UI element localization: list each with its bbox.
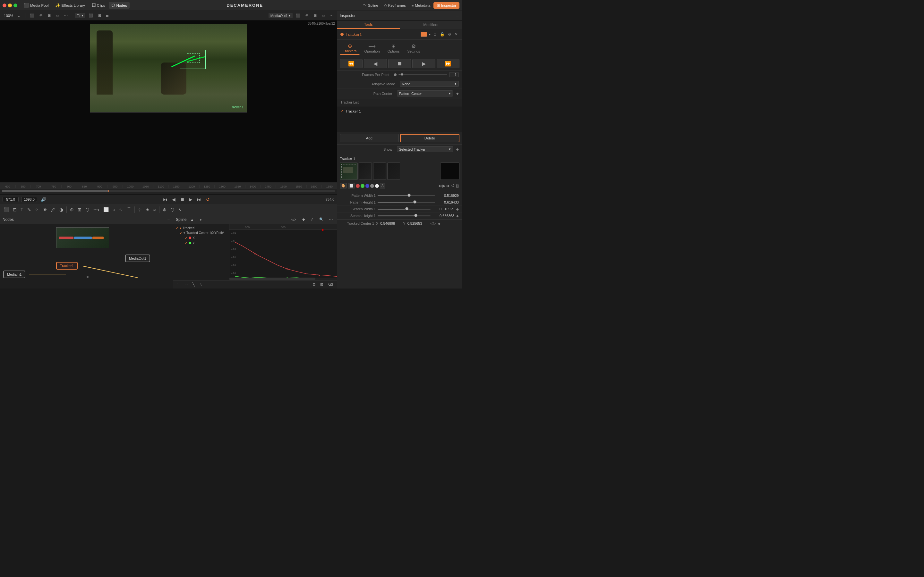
pattern-height-value[interactable]: 0.616433 [437,200,459,204]
tracker-refresh-btn[interactable]: ↺ [451,183,455,188]
overlay-btn[interactable]: ◎ [37,13,45,18]
spline-zoom-btn[interactable]: 🔍 [317,217,326,222]
warp-tool-btn[interactable]: ⟿ [91,206,101,213]
loop-btn[interactable]: ↺ [205,197,211,202]
tracker-add-btn[interactable]: Add [340,134,399,142]
tab-tools[interactable]: Tools [337,21,400,29]
nav-metadata[interactable]: ≡ Metadata [409,3,433,8]
tracked-center-x-value[interactable]: 0.546898 [380,221,401,226]
pattern-height-slider[interactable] [378,202,435,203]
bw-frame-btn[interactable]: ⬜ [348,183,355,189]
spline-diamond-btn[interactable]: ◆ [300,217,307,222]
tree-tracked-center[interactable]: ✓ ▾ Tracked Center 1(XYPath* [173,230,229,235]
goto-end-btn[interactable]: ⏭ [196,197,202,202]
tree-expand-2[interactable]: ▾ [184,231,185,235]
spline-scrollbar[interactable] [229,277,337,280]
viewer-split-btn[interactable]: ⊟ [96,13,103,18]
stop-btn[interactable]: ⏹ [179,197,186,202]
tracker-tool-btn[interactable]: ⊕ [68,206,75,213]
bezier-tool-btn[interactable]: ⌒ [125,206,133,213]
spline-circle-btn[interactable]: ● [198,217,204,222]
tracked-center-nav-btn[interactable]: ◁▷ [430,221,436,226]
mediaout-more-btn[interactable]: ··· [328,13,335,19]
mediaout-scope-btn[interactable]: ◎ [304,13,310,18]
viewer-mode-btn[interactable]: ⬛ [28,13,36,18]
spline-delete-btn[interactable]: ⌫ [326,282,335,287]
spline-lock-btn[interactable]: ⊡ [318,282,325,287]
tracker-settings-btn[interactable]: ⚙ [447,32,452,37]
search-width-thumb[interactable] [405,207,409,210]
pattern-width-slider[interactable] [378,195,435,196]
fpp-slider[interactable] [399,74,447,75]
channel-a-btn[interactable]: A [380,183,385,189]
tracker-go-end-btn[interactable]: ⏭ [446,183,451,188]
tree-tracker1[interactable]: ✓ ▾ Tracker1 [173,226,229,230]
spline-up-btn[interactable]: ▲ [188,217,196,222]
step-back-btn[interactable]: ◀ [171,197,176,202]
roto-tool-btn[interactable]: ⍟ [152,206,158,213]
goto-start-btn[interactable]: ⏮ [162,197,168,202]
subtab-settings[interactable]: ⚙ Settings [404,42,423,55]
search-width-slider[interactable] [378,209,431,210]
spline-smooth-btn[interactable]: ∿ [198,282,204,287]
tab-modifiers[interactable]: Modifiers [400,21,462,29]
mediaout-aspect-btn[interactable]: ▭ [320,13,327,18]
spline-ease-in-btn[interactable]: ⌒ [175,282,183,287]
minimize-button[interactable] [8,3,12,7]
crop-tool-btn[interactable]: ⬜ [102,206,110,213]
tree-x[interactable]: ✓ X [173,235,229,240]
viewer-layout-btn[interactable]: ⬛ [87,13,95,18]
nav-inspector[interactable]: ⊞ Inspector [433,2,459,9]
track-backward-all-btn[interactable]: ⏪ [340,59,363,68]
search-height-value[interactable]: 0.686363 [433,214,454,218]
cursor-tool-btn[interactable]: ↖ [176,206,184,213]
search-height-thumb[interactable] [414,214,417,217]
tracker-play-btn[interactable]: ▶ [443,183,446,188]
subtab-operation[interactable]: ⟿ Operation [361,42,383,55]
tracker-close-btn[interactable]: ✕ [454,32,459,37]
curve-tool-btn[interactable]: ∿ [118,206,124,213]
tracker-delete-frame-btn[interactable]: 🗑 [455,183,459,188]
pattern-width-thumb[interactable] [407,193,411,197]
show-dropdown[interactable]: Selected Tracker ▾ [397,146,453,152]
mediain-node[interactable]: MediaIn1 [3,271,25,278]
subtab-trackers[interactable]: ⊕ Trackers [340,42,360,55]
shape-tool-btn[interactable]: ○ [111,206,117,213]
nav-keyframes[interactable]: ◇ Keyframes [381,2,409,9]
spline-linear-btn[interactable]: ╲ [191,282,197,287]
path-center-dropdown[interactable]: Pattern Center ▾ [397,90,453,97]
viewer-more-btn[interactable]: ··· [62,13,69,19]
mask-tool-btn[interactable]: ⬡ [84,206,91,213]
mediaout-mode-btn[interactable]: ⬛ [294,13,302,18]
inspector-more-btn[interactable]: ··· [456,13,459,18]
out-time-display[interactable]: 1698.0 [21,197,37,202]
mediaout-grid-btn[interactable]: ⊞ [312,13,318,18]
adaptive-mode-dropdown[interactable]: None ▾ [400,81,459,87]
nav-clips[interactable]: 🎞 Clips [89,2,108,9]
volume-btn[interactable]: 🔊 [40,197,47,202]
aspect-btn[interactable]: ▭ [54,13,61,18]
tracker-delete-btn[interactable]: Delete [400,134,460,142]
eye-tool-btn[interactable]: 👁 [41,206,49,213]
gradient-tool-btn[interactable]: ◑ [58,206,65,213]
mediaout-node[interactable]: MediaOut1 [125,255,150,262]
tracker-color-swatch[interactable] [421,32,427,37]
pattern-height-thumb[interactable] [413,200,417,203]
search-width-value[interactable]: 0.516929 [433,207,454,211]
edge-tool-btn[interactable]: ⁕ [144,206,151,213]
spline-more-btn[interactable]: ··· [328,217,334,222]
tracker-lock-btn[interactable]: 🔒 [439,32,446,37]
search-height-slider[interactable] [378,215,431,216]
nodes-canvas[interactable]: MediaIn1 Tracker1 MediaOut1 [0,224,173,288]
spline-ease-out-btn[interactable]: ⌣ [184,282,190,287]
timeline-progress[interactable] [2,190,335,192]
zoom-dropdown-icon[interactable]: ⌄ [16,13,23,19]
subtab-options[interactable]: ⊞ Options [384,42,403,55]
spline-code-btn[interactable]: </> [289,217,298,222]
tracker-node[interactable]: Tracker1 [56,262,78,269]
fpp-slider-thumb[interactable] [401,73,403,76]
nav-spline[interactable]: 〜 Spline [360,2,381,9]
select-tool-btn[interactable]: ⬛ [2,206,11,213]
track-forward-btn[interactable]: ▶ [412,59,435,68]
fit-dropdown[interactable]: Fit ▾ [75,13,86,18]
